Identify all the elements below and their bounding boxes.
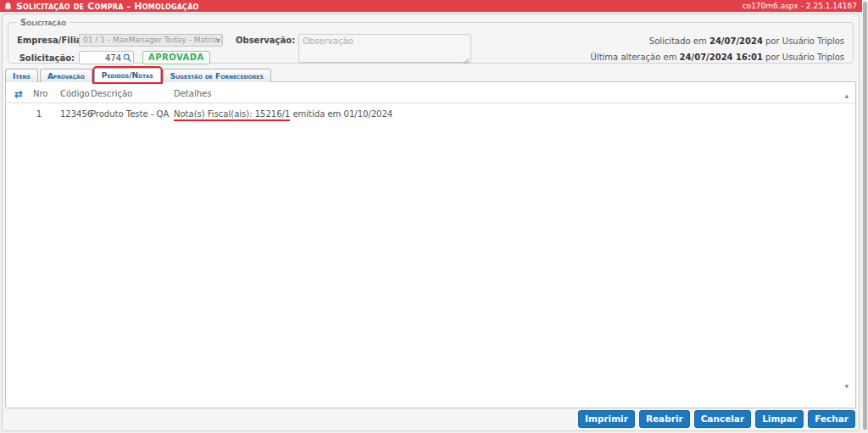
grid-header: ⇄ Nro Código Descrição Detalhes [6,85,855,103]
solicitado-user: por Usuário Triplos [763,36,844,46]
page-scrollbar[interactable] [862,0,868,433]
cancelar-button[interactable]: Cancelar [694,410,751,428]
nota-fiscal-link[interactable]: Nota(s) Fiscal(ais): 15216/1 [174,109,290,121]
solicitacao-label: Solicitação: [17,53,75,63]
column-header-codigo: Código [60,89,91,98]
cell-nro: 1 [33,109,45,119]
footer-buttons: Imprimir Reabrir Cancelar Limpar Fechar [578,410,855,428]
titlebar: Solicitação de Compra - Homologação co17… [0,0,862,12]
observacao-label: Observação: [236,36,295,45]
column-header-detalhes: Detalhes [174,89,838,98]
status-badge: APROVADA [142,51,210,64]
scrollbar-thumb[interactable] [863,2,867,430]
bell-icon [4,2,12,10]
cell-detalhes: Nota(s) Fiscal(ais): 15216/1 emitida em … [174,109,838,119]
nota-fiscal-resto: emitida em 01/10/2024 [290,109,392,119]
reabrir-button[interactable]: Reabrir [639,410,690,428]
column-header-nro: Nro [33,89,60,98]
tab-aprovacao[interactable]: Aprovação [40,69,92,82]
tab-pedidos-notas[interactable]: Pedidos/Notas [94,68,161,82]
search-icon[interactable] [123,53,131,62]
solicitado-prefix: Solicitado em [649,36,709,46]
alteracao-user: por Usuário Triplos [763,53,844,62]
solicitado-date: 24/07/2024 [709,36,763,46]
chevron-down-icon: ▾ [216,35,220,46]
cell-codigo: 123456 [60,109,91,119]
pedidos-notas-panel: ⇄ Nro Código Descrição Detalhes 1 123456… [5,81,856,408]
imprimir-button[interactable]: Imprimir [578,410,635,428]
page-title: Solicitação de Compra - Homologação [16,1,199,12]
alteracao-prefix: Última alteração em [591,53,680,62]
alteracao-date: 24/07/2024 16:01 [680,53,763,62]
solicitacao-input[interactable] [86,53,121,63]
tab-bar: Itens Aprovação Pedidos/Notas Sugestão d… [5,68,271,82]
tab-sugestao-fornecedores[interactable]: Sugestão de Fornecedores [163,69,271,82]
empresa-filial-value: 01 / 1 - MaxManager Today - Matriz 1-1 [83,36,223,44]
fechar-button[interactable]: Fechar [808,410,855,428]
scroll-up-icon[interactable]: ▲ [844,92,849,98]
refresh-icon[interactable]: ⇄ [14,88,33,100]
ultima-alteracao-info: Última alteração em 24/07/2024 16:01 por… [591,53,844,62]
limpar-button[interactable]: Limpar [755,410,804,428]
scroll-down-icon[interactable]: ▼ [844,383,849,389]
observacao-textarea[interactable] [298,34,471,63]
page-version-info: co170m6.aspx - 2.25.1.14167 [743,2,857,10]
empresa-filial-select[interactable]: 01 / 1 - MaxManager Today - Matriz 1-1 ▾ [79,34,223,47]
solicitacao-input-wrap [79,51,134,64]
fieldset-legend: Solicitação [17,18,70,27]
empresa-filial-label: Empresa/Filial: [17,36,75,45]
main-container: Solicitação Empresa/Filial: 01 / 1 - Max… [2,14,860,431]
solicitacao-fieldset: Solicitação Empresa/Filial: 01 / 1 - Max… [8,18,854,64]
tab-itens[interactable]: Itens [5,69,38,82]
table-row[interactable]: 1 123456 Produto Teste - QA Nota(s) Fisc… [6,103,855,124]
solicitado-info: Solicitado em 24/07/2024 por Usuário Tri… [649,36,844,46]
column-header-descricao: Descrição [91,89,174,98]
cell-descricao: Produto Teste - QA [91,109,174,119]
